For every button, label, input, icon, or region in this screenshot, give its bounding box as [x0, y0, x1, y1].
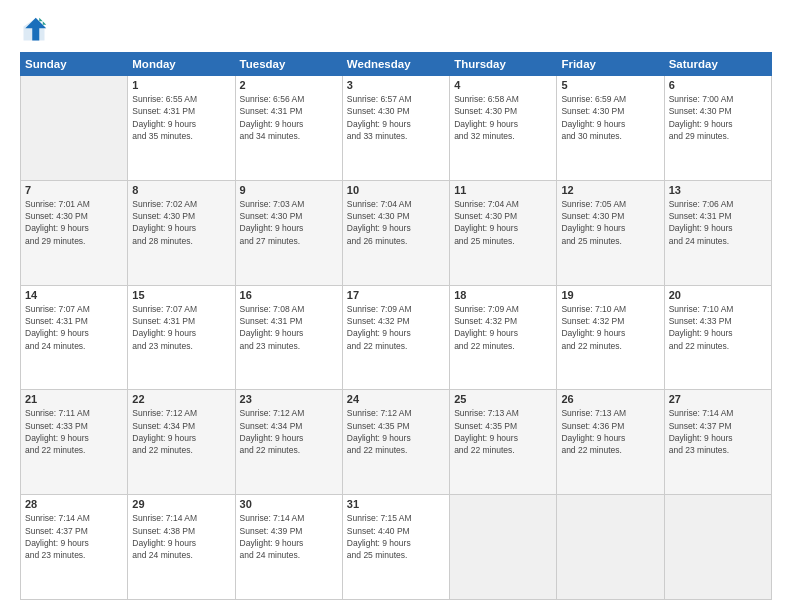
day-number: 15 — [132, 289, 230, 301]
calendar-cell: 6Sunrise: 7:00 AMSunset: 4:30 PMDaylight… — [664, 76, 771, 181]
calendar-cell: 17Sunrise: 7:09 AMSunset: 4:32 PMDayligh… — [342, 285, 449, 390]
weekday-header-saturday: Saturday — [664, 53, 771, 76]
day-number: 21 — [25, 393, 123, 405]
day-number: 13 — [669, 184, 767, 196]
calendar-cell: 18Sunrise: 7:09 AMSunset: 4:32 PMDayligh… — [450, 285, 557, 390]
calendar-cell: 4Sunrise: 6:58 AMSunset: 4:30 PMDaylight… — [450, 76, 557, 181]
day-info: Sunrise: 7:14 AMSunset: 4:39 PMDaylight:… — [240, 512, 338, 561]
calendar-cell: 28Sunrise: 7:14 AMSunset: 4:37 PMDayligh… — [21, 495, 128, 600]
calendar-cell: 29Sunrise: 7:14 AMSunset: 4:38 PMDayligh… — [128, 495, 235, 600]
day-info: Sunrise: 7:10 AMSunset: 4:32 PMDaylight:… — [561, 303, 659, 352]
day-info: Sunrise: 7:13 AMSunset: 4:35 PMDaylight:… — [454, 407, 552, 456]
day-info: Sunrise: 7:03 AMSunset: 4:30 PMDaylight:… — [240, 198, 338, 247]
day-info: Sunrise: 6:57 AMSunset: 4:30 PMDaylight:… — [347, 93, 445, 142]
calendar-cell — [557, 495, 664, 600]
calendar-cell — [450, 495, 557, 600]
calendar-cell: 5Sunrise: 6:59 AMSunset: 4:30 PMDaylight… — [557, 76, 664, 181]
day-info: Sunrise: 7:00 AMSunset: 4:30 PMDaylight:… — [669, 93, 767, 142]
calendar-cell: 14Sunrise: 7:07 AMSunset: 4:31 PMDayligh… — [21, 285, 128, 390]
day-info: Sunrise: 7:14 AMSunset: 4:37 PMDaylight:… — [669, 407, 767, 456]
day-info: Sunrise: 6:56 AMSunset: 4:31 PMDaylight:… — [240, 93, 338, 142]
calendar-cell: 9Sunrise: 7:03 AMSunset: 4:30 PMDaylight… — [235, 180, 342, 285]
day-number: 22 — [132, 393, 230, 405]
calendar-cell: 10Sunrise: 7:04 AMSunset: 4:30 PMDayligh… — [342, 180, 449, 285]
weekday-header-tuesday: Tuesday — [235, 53, 342, 76]
logo-icon — [20, 16, 48, 44]
day-info: Sunrise: 7:14 AMSunset: 4:37 PMDaylight:… — [25, 512, 123, 561]
day-number: 20 — [669, 289, 767, 301]
week-row-3: 21Sunrise: 7:11 AMSunset: 4:33 PMDayligh… — [21, 390, 772, 495]
calendar-cell: 24Sunrise: 7:12 AMSunset: 4:35 PMDayligh… — [342, 390, 449, 495]
day-info: Sunrise: 7:02 AMSunset: 4:30 PMDaylight:… — [132, 198, 230, 247]
day-number: 25 — [454, 393, 552, 405]
day-info: Sunrise: 7:04 AMSunset: 4:30 PMDaylight:… — [347, 198, 445, 247]
calendar-cell: 26Sunrise: 7:13 AMSunset: 4:36 PMDayligh… — [557, 390, 664, 495]
day-number: 23 — [240, 393, 338, 405]
weekday-header-sunday: Sunday — [21, 53, 128, 76]
day-number: 27 — [669, 393, 767, 405]
weekday-header-wednesday: Wednesday — [342, 53, 449, 76]
calendar-cell: 22Sunrise: 7:12 AMSunset: 4:34 PMDayligh… — [128, 390, 235, 495]
day-info: Sunrise: 7:12 AMSunset: 4:34 PMDaylight:… — [240, 407, 338, 456]
day-number: 12 — [561, 184, 659, 196]
day-info: Sunrise: 7:09 AMSunset: 4:32 PMDaylight:… — [347, 303, 445, 352]
header — [20, 16, 772, 44]
calendar-cell: 23Sunrise: 7:12 AMSunset: 4:34 PMDayligh… — [235, 390, 342, 495]
day-number: 4 — [454, 79, 552, 91]
day-number: 29 — [132, 498, 230, 510]
day-info: Sunrise: 7:06 AMSunset: 4:31 PMDaylight:… — [669, 198, 767, 247]
weekday-header-friday: Friday — [557, 53, 664, 76]
day-number: 19 — [561, 289, 659, 301]
calendar-cell: 13Sunrise: 7:06 AMSunset: 4:31 PMDayligh… — [664, 180, 771, 285]
day-number: 26 — [561, 393, 659, 405]
calendar-cell: 7Sunrise: 7:01 AMSunset: 4:30 PMDaylight… — [21, 180, 128, 285]
weekday-header-monday: Monday — [128, 53, 235, 76]
calendar-cell: 8Sunrise: 7:02 AMSunset: 4:30 PMDaylight… — [128, 180, 235, 285]
calendar-table: SundayMondayTuesdayWednesdayThursdayFrid… — [20, 52, 772, 600]
day-number: 28 — [25, 498, 123, 510]
day-number: 1 — [132, 79, 230, 91]
page: SundayMondayTuesdayWednesdayThursdayFrid… — [0, 0, 792, 612]
day-number: 2 — [240, 79, 338, 91]
day-number: 3 — [347, 79, 445, 91]
day-number: 8 — [132, 184, 230, 196]
calendar-cell: 20Sunrise: 7:10 AMSunset: 4:33 PMDayligh… — [664, 285, 771, 390]
day-info: Sunrise: 7:12 AMSunset: 4:34 PMDaylight:… — [132, 407, 230, 456]
calendar-cell — [21, 76, 128, 181]
day-info: Sunrise: 6:59 AMSunset: 4:30 PMDaylight:… — [561, 93, 659, 142]
day-number: 10 — [347, 184, 445, 196]
day-number: 18 — [454, 289, 552, 301]
calendar-cell: 31Sunrise: 7:15 AMSunset: 4:40 PMDayligh… — [342, 495, 449, 600]
calendar-cell: 1Sunrise: 6:55 AMSunset: 4:31 PMDaylight… — [128, 76, 235, 181]
day-number: 9 — [240, 184, 338, 196]
calendar-cell: 30Sunrise: 7:14 AMSunset: 4:39 PMDayligh… — [235, 495, 342, 600]
week-row-1: 7Sunrise: 7:01 AMSunset: 4:30 PMDaylight… — [21, 180, 772, 285]
calendar-cell: 3Sunrise: 6:57 AMSunset: 4:30 PMDaylight… — [342, 76, 449, 181]
day-number: 31 — [347, 498, 445, 510]
day-info: Sunrise: 7:01 AMSunset: 4:30 PMDaylight:… — [25, 198, 123, 247]
day-number: 14 — [25, 289, 123, 301]
day-number: 17 — [347, 289, 445, 301]
calendar-cell: 2Sunrise: 6:56 AMSunset: 4:31 PMDaylight… — [235, 76, 342, 181]
calendar-cell: 16Sunrise: 7:08 AMSunset: 4:31 PMDayligh… — [235, 285, 342, 390]
day-info: Sunrise: 7:04 AMSunset: 4:30 PMDaylight:… — [454, 198, 552, 247]
day-number: 16 — [240, 289, 338, 301]
calendar-cell: 19Sunrise: 7:10 AMSunset: 4:32 PMDayligh… — [557, 285, 664, 390]
day-number: 5 — [561, 79, 659, 91]
day-info: Sunrise: 7:12 AMSunset: 4:35 PMDaylight:… — [347, 407, 445, 456]
day-info: Sunrise: 7:10 AMSunset: 4:33 PMDaylight:… — [669, 303, 767, 352]
day-number: 30 — [240, 498, 338, 510]
day-info: Sunrise: 7:11 AMSunset: 4:33 PMDaylight:… — [25, 407, 123, 456]
day-info: Sunrise: 6:58 AMSunset: 4:30 PMDaylight:… — [454, 93, 552, 142]
day-info: Sunrise: 7:05 AMSunset: 4:30 PMDaylight:… — [561, 198, 659, 247]
calendar-cell: 12Sunrise: 7:05 AMSunset: 4:30 PMDayligh… — [557, 180, 664, 285]
calendar-cell — [664, 495, 771, 600]
day-info: Sunrise: 7:15 AMSunset: 4:40 PMDaylight:… — [347, 512, 445, 561]
week-row-2: 14Sunrise: 7:07 AMSunset: 4:31 PMDayligh… — [21, 285, 772, 390]
day-info: Sunrise: 7:07 AMSunset: 4:31 PMDaylight:… — [132, 303, 230, 352]
day-info: Sunrise: 7:14 AMSunset: 4:38 PMDaylight:… — [132, 512, 230, 561]
calendar-cell: 21Sunrise: 7:11 AMSunset: 4:33 PMDayligh… — [21, 390, 128, 495]
day-info: Sunrise: 7:09 AMSunset: 4:32 PMDaylight:… — [454, 303, 552, 352]
calendar-cell: 15Sunrise: 7:07 AMSunset: 4:31 PMDayligh… — [128, 285, 235, 390]
day-info: Sunrise: 7:07 AMSunset: 4:31 PMDaylight:… — [25, 303, 123, 352]
